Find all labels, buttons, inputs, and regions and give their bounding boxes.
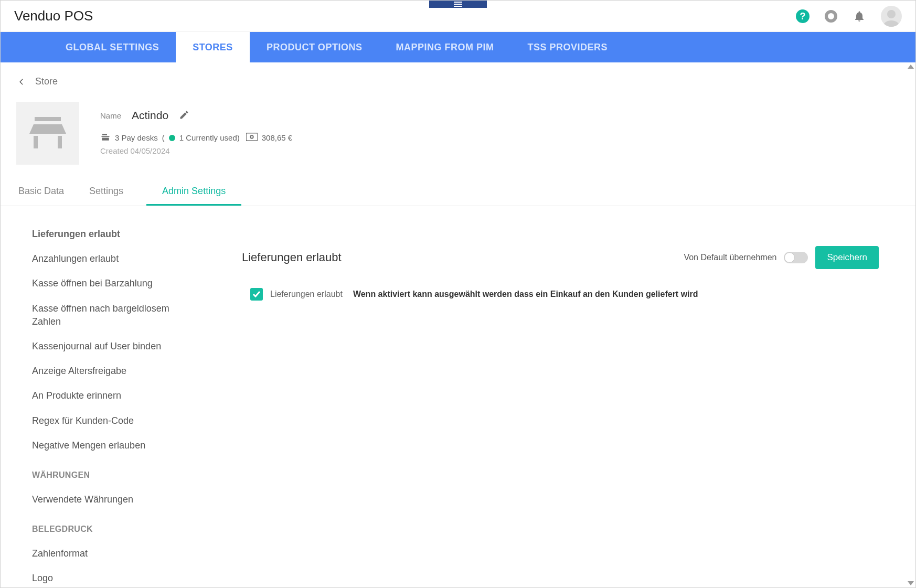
breadcrumb-label: Store [35,76,58,87]
svg-point-8 [250,135,253,138]
store-name: Actindo [132,109,168,122]
status-dot-icon [169,135,175,141]
section-heading-belegdruck: BELEGDRUCK [32,525,200,534]
sidebar-item-anzahlungen[interactable]: Anzahlungen erlaubt [32,247,200,271]
store-icon [16,102,79,165]
settings-sidebar: Lieferungen erlaubt Anzahlungen erlaubt … [32,222,200,587]
tab-settings[interactable]: Settings [87,178,125,206]
save-button[interactable]: Speichern [815,246,879,269]
name-label: Name [100,111,121,120]
svg-rect-4 [35,117,61,121]
lieferungen-checkbox[interactable] [250,288,263,301]
sidebar-item-kassenjournal[interactable]: Kassenjournal auf User binden [32,334,200,359]
sidebar-item-produkte-erinnern[interactable]: An Produkte erinnern [32,383,200,408]
svg-rect-6 [58,136,62,148]
sidebar-item-negative-mengen[interactable]: Negative Mengen erlauben [32,433,200,458]
svg-point-3 [887,10,896,18]
svg-text:?: ? [800,11,806,22]
created-date: Created 04/05/2024 [100,146,292,155]
sidebar-item-altersfreigabe[interactable]: Anzeige Altersfreigabe [32,359,200,383]
tab-admin-settings[interactable]: Admin Settings [146,178,241,206]
sub-tabs: Basic Data Settings Admin Settings [1,178,915,206]
checkbox-label: Lieferungen erlaubt [270,290,343,299]
sidebar-item-kasse-bargeldlos[interactable]: Kasse öffnen nach bargeldlosem Zahlen [32,296,200,334]
svg-point-2 [826,12,836,21]
svg-rect-5 [34,136,38,148]
main-title: Lieferungen erlaubt [242,251,342,264]
nav-tss-providers[interactable]: TSS PROVIDERS [510,32,624,62]
back-chevron-icon[interactable] [16,77,27,87]
top-handle[interactable] [429,1,487,8]
hamburger-icon [454,2,462,7]
sidebar-item-lieferungen[interactable]: Lieferungen erlaubt [32,222,200,247]
default-toggle-label: Von Default übernehmen [684,253,776,262]
sidebar-item-verwendete-waehrungen[interactable]: Verwendete Währungen [32,487,200,512]
loading-ring-icon[interactable] [824,9,838,23]
paydesks-count: 3 Pay desks [115,133,158,142]
sidebar-item-zahlenformat[interactable]: Zahlenformat [32,541,200,566]
settings-body: Lieferungen erlaubt Anzahlungen erlaubt … [1,206,915,587]
paren-open: ( [162,133,165,142]
nav-global-settings[interactable]: GLOBAL SETTINGS [49,32,176,62]
svg-rect-7 [246,133,258,141]
paydesk-icon [100,132,111,143]
notifications-icon[interactable] [853,9,866,23]
help-icon[interactable]: ? [796,9,810,23]
store-header: Name Actindo 3 Pay desks ( 1 Currently u… [1,91,915,173]
content-wrap: Store Name Actindo 3 Pay de [1,62,915,587]
sidebar-item-logo[interactable]: Logo [32,566,200,587]
nav-stores[interactable]: STORES [176,32,250,62]
pencil-icon[interactable] [179,110,189,122]
nav-product-options[interactable]: PRODUCT OPTIONS [250,32,379,62]
breadcrumb-row: Store [1,62,915,91]
store-meta: Name Actindo 3 Pay desks ( 1 Currently u… [100,102,292,165]
nav-mapping-from-pim[interactable]: MAPPING FROM PIM [379,32,510,62]
default-toggle[interactable] [784,252,808,263]
currently-used: 1 Currently used) [179,133,240,142]
avatar[interactable] [881,6,902,27]
header-actions: ? [796,6,902,27]
sidebar-item-kasse-bar[interactable]: Kasse öffnen bei Barzahlung [32,271,200,296]
app-title: Venduo POS [14,8,93,24]
checkbox-desc: Wenn aktiviert kann ausgewählt werden da… [353,290,698,299]
money-icon [246,133,258,143]
settings-main: Lieferungen erlaubt Von Default übernehm… [242,222,900,587]
section-heading-waehrungen: WÄHRUNGEN [32,471,200,480]
sidebar-item-regex[interactable]: Regex für Kunden-Code [32,409,200,433]
tab-basic-data[interactable]: Basic Data [16,178,66,206]
primary-nav: GLOBAL SETTINGS STORES PRODUCT OPTIONS M… [1,32,915,62]
balance: 308,65 € [262,133,292,142]
